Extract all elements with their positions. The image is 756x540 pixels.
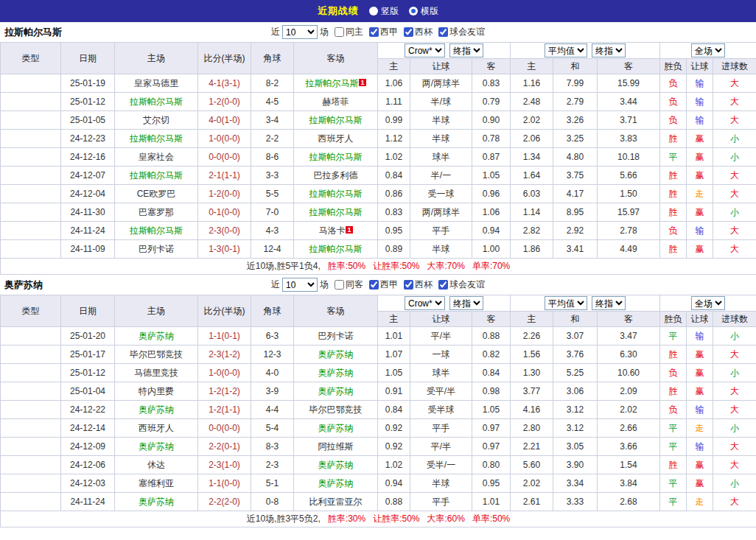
filter-checkbox[interactable]	[369, 280, 379, 290]
recent-label: 近	[271, 278, 280, 291]
away-team-name[interactable]: 拉斯帕尔马斯	[305, 78, 358, 88]
avg-draw: 3.34	[553, 474, 598, 493]
away-team-name[interactable]: 拉斯帕尔马斯	[309, 189, 363, 199]
away-team-cell: 赫塔菲	[294, 93, 378, 111]
handicap-line: 平手	[410, 419, 472, 438]
match-score: 1-1(0-0)	[198, 474, 251, 493]
filter-checkbox[interactable]	[438, 27, 448, 37]
scope-select[interactable]: 全场	[691, 43, 725, 57]
away-team-name[interactable]: 奥萨苏纳	[318, 349, 354, 360]
avg-away: 15.99	[598, 74, 660, 93]
away-team-name[interactable]: 奥萨苏纳	[318, 478, 354, 488]
home-team-name[interactable]: 特内里费	[139, 386, 174, 396]
filter-checkbox[interactable]	[438, 280, 448, 290]
odds-home: 0.92	[378, 438, 410, 456]
team-name: 拉斯帕尔马斯	[4, 26, 62, 39]
away-team-name[interactable]: 奥萨苏纳	[318, 368, 354, 378]
handicap-line: 受半/一	[410, 456, 472, 474]
handicap-line: 受半球	[410, 401, 472, 419]
filter-label: 西甲	[380, 278, 398, 291]
home-team-name[interactable]: 拉斯帕尔马斯	[130, 170, 183, 180]
column-header: 让球	[687, 312, 713, 327]
home-team-name[interactable]: 拉斯帕尔马斯	[130, 97, 183, 107]
home-team-name[interactable]: CE欧罗巴	[137, 189, 176, 199]
home-team-name[interactable]: 奥萨苏纳	[139, 497, 174, 507]
odds-source-select[interactable]: Crow*	[405, 43, 445, 57]
odds-away: 0.97	[472, 438, 511, 456]
away-team-name[interactable]: 毕尔巴鄂竞技	[309, 404, 363, 415]
odds-final-select[interactable]: 终指	[449, 296, 483, 310]
column-header: 让球	[410, 59, 472, 74]
home-team-cell: 奥萨苏纳	[115, 493, 198, 511]
match-row: 西甲24-12-23拉斯帕尔马斯1-0(0-0)2-2西班牙人1.12半球0.7…	[1, 130, 756, 148]
scope-select[interactable]: 全场	[691, 296, 725, 310]
odds-source-select[interactable]: Crow*	[405, 296, 445, 310]
match-score: 2-2(2-0)	[198, 493, 251, 511]
away-team-name[interactable]: 奥萨苏纳	[318, 460, 354, 470]
avg-source-select[interactable]: 平均值	[545, 296, 587, 310]
avg-home: 4.16	[511, 401, 553, 419]
match-row: 西杯24-12-06休达2-3(1-0)2-3奥萨苏纳1.02受半/一0.805…	[1, 456, 756, 474]
result-handicap: 赢	[687, 474, 713, 493]
filter-checkbox[interactable]	[369, 27, 379, 37]
section-summary: 近10场,胜3平5负2,胜率:30%让胜率:50%大率:60%单率:50%	[1, 511, 756, 527]
home-team-name[interactable]: 巴塞罗那	[139, 207, 174, 217]
odds-final-select[interactable]: 终指	[449, 43, 483, 57]
layout-radio[interactable]: 竖版	[369, 5, 399, 18]
match-date: 24-12-06	[61, 456, 115, 474]
filter-checkbox[interactable]	[335, 27, 344, 37]
avg-source-select[interactable]: 平均值	[545, 43, 587, 57]
match-row: 西杯24-12-04CE欧罗巴1-2(0-0)5-5拉斯帕尔马斯0.86受一球0…	[1, 185, 756, 203]
avg-draw: 3.33	[553, 493, 598, 511]
away-team-name[interactable]: 巴拉多利德	[314, 170, 358, 180]
away-team-name[interactable]: 拉斯帕尔马斯	[309, 244, 363, 254]
home-team-name[interactable]: 皇家马德里	[134, 78, 178, 88]
result-outcome: 胜	[660, 130, 687, 148]
avg-home: 2.26	[511, 327, 553, 346]
match-score: 2-3(1-2)	[198, 346, 251, 364]
away-team-name[interactable]: 西班牙人	[318, 133, 354, 144]
result-outcome: 胜	[660, 203, 687, 222]
away-team-name[interactable]: 拉斯帕尔马斯	[309, 152, 363, 162]
away-team-name[interactable]: 拉斯帕尔马斯	[309, 115, 363, 125]
column-header: 客场	[294, 43, 378, 74]
avg-draw: 3.76	[553, 346, 598, 364]
away-team-name[interactable]: 赫塔菲	[323, 97, 349, 107]
home-team-name[interactable]: 马德里竞技	[134, 368, 178, 378]
avg-draw: 3.07	[553, 327, 598, 346]
away-team-name[interactable]: 奥萨苏纳	[318, 386, 354, 396]
recent-count-select[interactable]: 10	[282, 25, 318, 39]
away-team-name[interactable]: 巴列卡诺	[318, 331, 354, 341]
home-team-name[interactable]: 毕尔巴鄂竞技	[130, 349, 183, 360]
home-team-name[interactable]: 奥萨苏纳	[139, 441, 174, 452]
result-handicap: 赢	[687, 456, 713, 474]
summary-stat: 让胜率:50%	[373, 261, 419, 271]
home-team-name[interactable]: 拉斯帕尔马斯	[130, 133, 183, 144]
home-team-name[interactable]: 奥萨苏纳	[139, 404, 174, 415]
filter-checkbox[interactable]	[404, 280, 413, 290]
home-team-name[interactable]: 西班牙人	[139, 423, 174, 433]
away-team-name[interactable]: 马洛卡	[318, 225, 345, 236]
home-team-name[interactable]: 艾尔切	[143, 115, 169, 125]
home-team-name[interactable]: 皇家社会	[139, 152, 174, 162]
home-team-name[interactable]: 拉斯帕尔马斯	[130, 225, 183, 236]
odds-home: 0.84	[378, 401, 410, 419]
away-team-name[interactable]: 阿拉维斯	[318, 441, 354, 452]
corner-score: 8-6	[251, 148, 294, 166]
home-team-name[interactable]: 塞维利亚	[139, 478, 174, 488]
away-team-name[interactable]: 奥萨苏纳	[318, 423, 354, 433]
summary-stat: 单率:70%	[472, 261, 510, 271]
away-team-name[interactable]: 比利亚雷亚尔	[309, 497, 363, 507]
home-team-name[interactable]: 休达	[147, 460, 165, 470]
home-team-name[interactable]: 巴列卡诺	[139, 244, 174, 254]
layout-radio[interactable]: 横版	[409, 5, 438, 18]
avg-final-select[interactable]: 终指	[592, 296, 626, 310]
avg-draw: 3.12	[553, 419, 598, 438]
home-team-name[interactable]: 奥萨苏纳	[139, 331, 174, 341]
match-row: 西甲25-01-12马德里竞技1-0(0-0)4-0奥萨苏纳1.05球半0.84…	[1, 364, 756, 382]
filter-checkbox[interactable]	[335, 280, 344, 290]
away-team-name[interactable]: 拉斯帕尔马斯	[309, 207, 363, 217]
filter-checkbox[interactable]	[404, 27, 413, 37]
avg-final-select[interactable]: 终指	[592, 43, 626, 57]
recent-count-select[interactable]: 10	[282, 278, 318, 292]
